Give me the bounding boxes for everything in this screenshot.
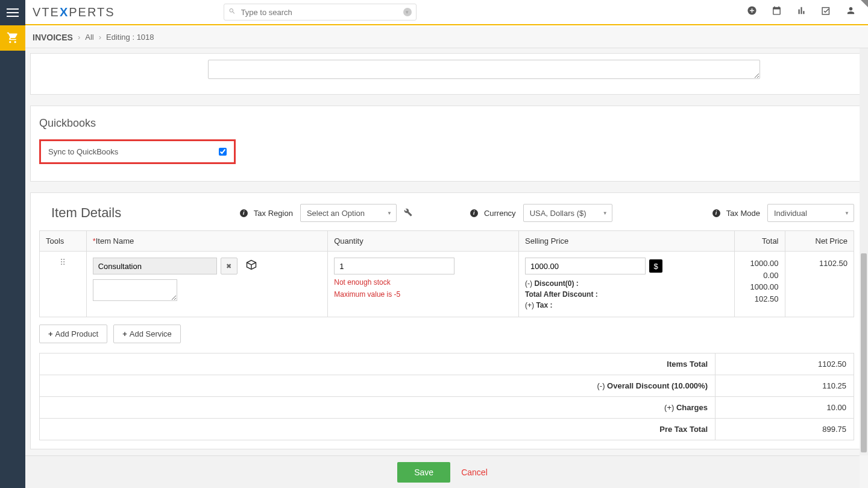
breadcrumb-editing: Editing : 1018 bbox=[106, 33, 154, 42]
info-icon[interactable]: i bbox=[712, 209, 720, 217]
item-details-block: Item Details i Tax Region Select an Opti… bbox=[30, 192, 863, 449]
overall-discount-value: 110.25 bbox=[715, 375, 854, 397]
item-name-input[interactable] bbox=[93, 258, 217, 274]
item-details-header: Item Details i Tax Region Select an Opti… bbox=[39, 204, 854, 222]
main-content: Quickbooks Sync to QuickBooks Item Detai… bbox=[25, 48, 868, 488]
total-column: 1000.00 0.00 1000.00 102.50 bbox=[734, 252, 785, 317]
breadcrumb: INVOICES › All › Editing : 1018 bbox=[25, 27, 868, 48]
package-icon[interactable] bbox=[246, 259, 257, 273]
header-right-icons bbox=[747, 5, 856, 19]
item-description-textarea[interactable] bbox=[93, 279, 177, 301]
top-header: VTEXPERTS ▾ bbox=[25, 0, 868, 25]
currency-select[interactable]: USA, Dollars ($) bbox=[523, 204, 612, 222]
summary-table: Items Total 1102.50 (-) Overall Discount… bbox=[39, 353, 854, 440]
save-button[interactable]: Save bbox=[397, 462, 450, 483]
col-selling-price: Selling Price bbox=[519, 231, 735, 252]
global-search-wrap: ▾ bbox=[224, 4, 417, 21]
quickbooks-block: Quickbooks Sync to QuickBooks bbox=[30, 106, 863, 182]
pre-tax-total-value: 899.75 bbox=[715, 419, 854, 440]
corner-triangle-icon[interactable] bbox=[861, 0, 868, 7]
quickbooks-title: Quickbooks bbox=[39, 117, 854, 130]
pre-tax-total-label: Pre Tax Total bbox=[40, 419, 715, 440]
tax-region-label: Tax Region bbox=[254, 209, 293, 218]
currency-label: Currency bbox=[484, 209, 516, 218]
description-block bbox=[30, 53, 863, 95]
sync-checkbox[interactable] bbox=[219, 148, 227, 156]
stock-error1: Not enough stock bbox=[334, 278, 512, 287]
col-quantity: Quantity bbox=[328, 231, 519, 252]
breadcrumb-all[interactable]: All bbox=[85, 33, 93, 42]
user-icon[interactable] bbox=[846, 5, 856, 19]
tax-region-select[interactable]: Select an Option bbox=[300, 204, 397, 222]
info-icon[interactable]: i bbox=[240, 209, 248, 217]
global-search-input[interactable] bbox=[224, 4, 417, 21]
item-details-title: Item Details bbox=[51, 205, 121, 221]
selling-price-input[interactable] bbox=[525, 258, 646, 274]
info-icon[interactable]: i bbox=[470, 209, 478, 217]
add-icon[interactable] bbox=[747, 5, 757, 19]
svg-rect-1 bbox=[822, 8, 829, 14]
search-icon bbox=[228, 8, 236, 17]
add-product-button[interactable]: +Add Product bbox=[39, 325, 107, 343]
col-total: Total bbox=[734, 231, 785, 252]
sync-label: Sync to QuickBooks bbox=[48, 147, 219, 156]
add-service-button[interactable]: +Add Service bbox=[113, 325, 181, 343]
cancel-link[interactable]: Cancel bbox=[461, 467, 488, 477]
col-net-price: Net Price bbox=[785, 231, 854, 252]
hamburger-menu[interactable] bbox=[0, 0, 25, 25]
sync-highlight-box: Sync to QuickBooks bbox=[39, 139, 236, 164]
table-row: ⠿ ✖ bbox=[40, 252, 854, 317]
description-textarea[interactable] bbox=[208, 60, 760, 79]
chart-icon[interactable] bbox=[796, 5, 807, 19]
drag-handle-icon[interactable]: ⠿ bbox=[60, 258, 66, 267]
check-icon[interactable] bbox=[821, 5, 831, 19]
tax-mode-select[interactable]: Individual bbox=[767, 204, 854, 222]
stock-error2: Maximum value is -5 bbox=[334, 290, 512, 299]
items-total-label: Items Total bbox=[40, 353, 715, 375]
charges-label: (+) Charges bbox=[40, 397, 715, 419]
charges-value: 10.00 bbox=[715, 397, 854, 419]
scrollbar-track[interactable] bbox=[860, 48, 868, 455]
wrench-icon[interactable] bbox=[404, 208, 412, 218]
net-price-column: 1102.50 bbox=[785, 252, 854, 317]
overall-discount-label: (-) Overall Discount (10.000%) bbox=[40, 375, 715, 397]
item-table: Tools *Item Name Quantity Selling Price … bbox=[39, 230, 854, 317]
logo: VTEXPERTS bbox=[33, 5, 115, 19]
left-sidebar bbox=[0, 25, 25, 488]
col-tools: Tools bbox=[40, 231, 87, 252]
invoice-module-icon[interactable] bbox=[0, 25, 25, 51]
chevron-right-icon: › bbox=[99, 33, 101, 42]
bottom-action-bar: Save Cancel bbox=[25, 455, 860, 488]
search-chevron-icon[interactable]: ▾ bbox=[403, 8, 412, 16]
clear-item-button[interactable]: ✖ bbox=[221, 258, 237, 274]
tax-mode-label: Tax Mode bbox=[726, 209, 760, 218]
quantity-input[interactable] bbox=[334, 258, 454, 274]
calendar-icon[interactable] bbox=[772, 5, 782, 19]
col-item-name: *Item Name bbox=[86, 231, 328, 252]
price-tag-icon[interactable]: $ bbox=[649, 259, 662, 273]
scrollbar-thumb[interactable] bbox=[861, 253, 867, 452]
price-breakdown: (-) Discount(0) : Total After Discount :… bbox=[525, 278, 728, 311]
chevron-right-icon: › bbox=[78, 33, 80, 42]
items-total-value: 1102.50 bbox=[715, 353, 854, 375]
breadcrumb-module[interactable]: INVOICES bbox=[33, 33, 73, 42]
